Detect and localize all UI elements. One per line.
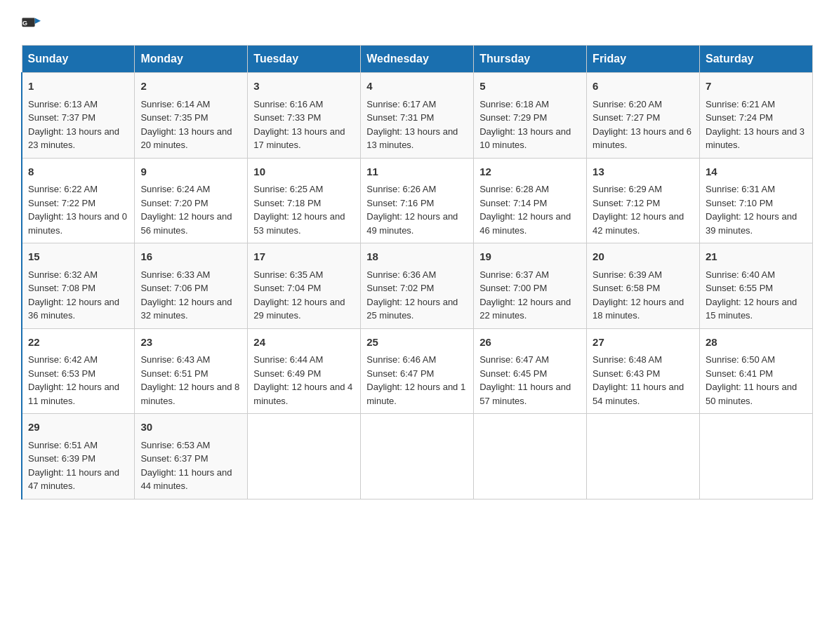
- day-number: 19: [479, 249, 581, 265]
- sunset-text: Sunset: 7:37 PM: [28, 112, 95, 123]
- day-number: 17: [253, 249, 355, 265]
- calendar-cell: [587, 414, 700, 499]
- sunset-text: Sunset: 7:22 PM: [28, 198, 95, 208]
- sunset-text: Sunset: 6:49 PM: [253, 368, 321, 379]
- calendar-cell: 8Sunrise: 6:22 AMSunset: 7:22 PMDaylight…: [22, 158, 135, 243]
- day-number: 1: [28, 79, 128, 95]
- daylight-text: Daylight: 12 hours and 46 minutes.: [479, 211, 571, 236]
- daylight-text: Daylight: 12 hours and 8 minutes.: [140, 382, 239, 406]
- sunset-text: Sunset: 6:55 PM: [706, 283, 773, 293]
- calendar-cell: 23Sunrise: 6:43 AMSunset: 6:51 PMDayligh…: [135, 328, 248, 414]
- sunrise-text: Sunrise: 6:24 AM: [140, 184, 210, 194]
- day-number: 4: [366, 79, 468, 95]
- logo-icon: G: [21, 14, 41, 34]
- sunset-text: Sunset: 7:08 PM: [28, 283, 95, 293]
- header-saturday: Saturday: [700, 46, 813, 73]
- daylight-text: Daylight: 12 hours and 32 minutes.: [140, 297, 232, 321]
- day-number: 6: [593, 79, 694, 95]
- sunrise-text: Sunrise: 6:14 AM: [140, 99, 210, 109]
- daylight-text: Daylight: 11 hours and 54 minutes.: [593, 382, 684, 406]
- sunrise-text: Sunrise: 6:16 AM: [253, 99, 323, 109]
- daylight-text: Daylight: 13 hours and 6 minutes.: [593, 126, 691, 151]
- sunrise-text: Sunrise: 6:29 AM: [593, 184, 662, 194]
- sunrise-text: Sunrise: 6:22 AM: [28, 184, 98, 194]
- sunset-text: Sunset: 7:24 PM: [706, 112, 773, 123]
- daylight-text: Daylight: 13 hours and 17 minutes.: [253, 126, 345, 151]
- sunrise-text: Sunrise: 6:36 AM: [366, 269, 436, 280]
- calendar-cell: 15Sunrise: 6:32 AMSunset: 7:08 PMDayligh…: [22, 243, 135, 329]
- week-row-2: 8Sunrise: 6:22 AMSunset: 7:22 PMDaylight…: [22, 158, 813, 243]
- sunrise-text: Sunrise: 6:40 AM: [706, 269, 775, 280]
- week-row-3: 15Sunrise: 6:32 AMSunset: 7:08 PMDayligh…: [22, 243, 813, 329]
- day-number: 8: [28, 164, 128, 180]
- calendar-cell: 17Sunrise: 6:35 AMSunset: 7:04 PMDayligh…: [248, 243, 361, 329]
- header-sunday: Sunday: [22, 46, 135, 73]
- sunrise-text: Sunrise: 6:46 AM: [366, 354, 436, 365]
- sunrise-text: Sunrise: 6:53 AM: [140, 440, 210, 450]
- day-number: 10: [253, 164, 355, 180]
- day-header-row: SundayMondayTuesdayWednesdayThursdayFrid…: [22, 46, 813, 73]
- calendar-cell: 10Sunrise: 6:25 AMSunset: 7:18 PMDayligh…: [248, 158, 361, 243]
- sunrise-text: Sunrise: 6:39 AM: [593, 269, 662, 280]
- daylight-text: Daylight: 13 hours and 20 minutes.: [140, 126, 232, 151]
- daylight-text: Daylight: 13 hours and 13 minutes.: [366, 126, 458, 151]
- sunrise-text: Sunrise: 6:18 AM: [479, 99, 549, 109]
- day-number: 29: [28, 420, 128, 436]
- daylight-text: Daylight: 12 hours and 39 minutes.: [706, 211, 797, 236]
- sunrise-text: Sunrise: 6:28 AM: [479, 184, 549, 194]
- day-number: 12: [479, 164, 581, 180]
- sunset-text: Sunset: 6:58 PM: [593, 283, 660, 293]
- daylight-text: Daylight: 12 hours and 11 minutes.: [28, 382, 119, 406]
- calendar-cell: 4Sunrise: 6:17 AMSunset: 7:31 PMDaylight…: [361, 73, 474, 159]
- sunrise-text: Sunrise: 6:13 AM: [28, 99, 98, 109]
- week-row-4: 22Sunrise: 6:42 AMSunset: 6:53 PMDayligh…: [22, 328, 813, 414]
- day-number: 28: [706, 335, 807, 351]
- daylight-text: Daylight: 12 hours and 22 minutes.: [479, 297, 571, 321]
- sunrise-text: Sunrise: 6:47 AM: [479, 354, 549, 365]
- sunset-text: Sunset: 6:51 PM: [140, 368, 208, 379]
- daylight-text: Daylight: 13 hours and 23 minutes.: [28, 126, 119, 151]
- calendar-cell: 18Sunrise: 6:36 AMSunset: 7:02 PMDayligh…: [361, 243, 474, 329]
- calendar-table: SundayMondayTuesdayWednesdayThursdayFrid…: [21, 45, 813, 499]
- day-number: 26: [479, 335, 581, 351]
- calendar-cell: 14Sunrise: 6:31 AMSunset: 7:10 PMDayligh…: [700, 158, 813, 243]
- day-number: 22: [28, 335, 128, 351]
- day-number: 14: [706, 164, 807, 180]
- calendar-cell: 19Sunrise: 6:37 AMSunset: 7:00 PMDayligh…: [474, 243, 587, 329]
- calendar-cell: 27Sunrise: 6:48 AMSunset: 6:43 PMDayligh…: [587, 328, 700, 414]
- sunset-text: Sunset: 6:53 PM: [28, 368, 95, 379]
- sunset-text: Sunset: 7:14 PM: [479, 198, 547, 208]
- daylight-text: Daylight: 13 hours and 3 minutes.: [706, 126, 805, 151]
- daylight-text: Daylight: 11 hours and 44 minutes.: [140, 467, 232, 492]
- day-number: 9: [140, 164, 241, 180]
- sunset-text: Sunset: 7:10 PM: [706, 198, 773, 208]
- daylight-text: Daylight: 12 hours and 53 minutes.: [253, 211, 345, 236]
- day-number: 3: [253, 79, 355, 95]
- calendar-cell: 24Sunrise: 6:44 AMSunset: 6:49 PMDayligh…: [248, 328, 361, 414]
- daylight-text: Daylight: 12 hours and 49 minutes.: [366, 211, 458, 236]
- sunset-text: Sunset: 7:16 PM: [366, 198, 434, 208]
- sunrise-text: Sunrise: 6:31 AM: [706, 184, 775, 194]
- daylight-text: Daylight: 12 hours and 56 minutes.: [140, 211, 232, 236]
- header-tuesday: Tuesday: [248, 46, 361, 73]
- daylight-text: Daylight: 12 hours and 18 minutes.: [593, 297, 684, 321]
- sunset-text: Sunset: 7:04 PM: [253, 283, 321, 293]
- daylight-text: Daylight: 12 hours and 1 minute.: [366, 382, 465, 406]
- sunset-text: Sunset: 6:45 PM: [479, 368, 547, 379]
- day-number: 18: [366, 249, 468, 265]
- header-thursday: Thursday: [474, 46, 587, 73]
- calendar-cell: 6Sunrise: 6:20 AMSunset: 7:27 PMDaylight…: [587, 73, 700, 159]
- daylight-text: Daylight: 12 hours and 42 minutes.: [593, 211, 684, 236]
- calendar-cell: 9Sunrise: 6:24 AMSunset: 7:20 PMDaylight…: [135, 158, 248, 243]
- calendar-cell: 16Sunrise: 6:33 AMSunset: 7:06 PMDayligh…: [135, 243, 248, 329]
- calendar-cell: 12Sunrise: 6:28 AMSunset: 7:14 PMDayligh…: [474, 158, 587, 243]
- week-row-5: 29Sunrise: 6:51 AMSunset: 6:39 PMDayligh…: [22, 414, 813, 499]
- sunrise-text: Sunrise: 6:44 AM: [253, 354, 323, 365]
- day-number: 11: [366, 164, 468, 180]
- sunset-text: Sunset: 6:41 PM: [706, 368, 773, 379]
- sunrise-text: Sunrise: 6:35 AM: [253, 269, 323, 280]
- day-number: 15: [28, 249, 128, 265]
- day-number: 25: [366, 335, 468, 351]
- calendar-cell: 3Sunrise: 6:16 AMSunset: 7:33 PMDaylight…: [248, 73, 361, 159]
- daylight-text: Daylight: 13 hours and 10 minutes.: [479, 126, 571, 151]
